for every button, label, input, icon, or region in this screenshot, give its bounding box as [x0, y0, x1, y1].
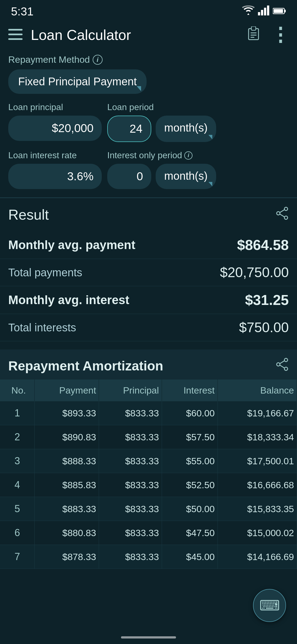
svg-rect-11 [251, 26, 256, 30]
amortization-section: Repayment Amortization No. Payment Princ… [0, 350, 297, 569]
svg-point-16 [277, 212, 280, 215]
cell-interest: $60.00 [162, 401, 218, 425]
signal-icon [258, 6, 270, 18]
cell-principal: $833.33 [99, 473, 162, 497]
cell-principal: $833.33 [99, 425, 162, 449]
clipboard-icon[interactable] [248, 26, 260, 43]
cell-payment: $893.33 [35, 401, 99, 425]
cell-principal: $833.33 [99, 401, 162, 425]
more-options-icon[interactable]: ⋮ [268, 30, 289, 40]
cell-no: 7 [0, 545, 35, 569]
keyboard-fab[interactable]: ⌨ [253, 589, 286, 622]
cell-no: 6 [0, 521, 35, 545]
table-row: 2 $890.83 $833.33 $57.50 $18,333.34 [0, 425, 297, 449]
cell-balance: $16,666.68 [218, 473, 297, 497]
cell-balance: $19,166.67 [218, 401, 297, 425]
loan-period-group: Loan period 24 month(s) [107, 102, 216, 142]
cell-no: 1 [0, 401, 35, 425]
interest-only-period-group: Interest only period i 0 month(s) [107, 150, 216, 189]
app-bar: Loan Calculator ⋮ [0, 21, 297, 49]
interest-only-period-unit[interactable]: month(s) [156, 164, 216, 189]
amortization-title: Repayment Amortization [8, 358, 163, 373]
result-header: Result [0, 206, 297, 223]
total-interests-value: $750.00 [239, 320, 289, 335]
total-interests-label: Total interests [8, 321, 76, 334]
cell-payment: $890.83 [35, 425, 99, 449]
svg-point-22 [284, 367, 288, 370]
menu-icon[interactable] [8, 27, 23, 43]
result-share-icon[interactable] [276, 207, 289, 223]
svg-rect-13 [251, 35, 257, 36]
table-row: 5 $883.33 $833.33 $50.00 $15,833.35 [0, 497, 297, 521]
result-row-monthly-avg-interest: Monthly avg. interest $31.25 [0, 286, 297, 314]
col-no: No. [0, 380, 35, 401]
loan-principal-label: Loan principal [8, 102, 102, 112]
amortization-table: No. Payment Principal Interest Balance 1… [0, 380, 297, 569]
svg-line-19 [280, 214, 284, 217]
repayment-method-dropdown[interactable]: Fixed Principal Payment [8, 69, 147, 94]
cell-payment: $883.33 [35, 497, 99, 521]
col-balance: Balance [218, 380, 297, 401]
result-row-total-interests: Total interests $750.00 [0, 314, 297, 341]
cell-no: 2 [0, 425, 35, 449]
cell-interest: $45.00 [162, 545, 218, 569]
cell-balance: $17,500.01 [218, 449, 297, 473]
cell-balance: $14,166.69 [218, 545, 297, 569]
loan-principal-input[interactable]: $20,000 [8, 116, 102, 141]
interest-only-info-icon[interactable]: i [184, 151, 193, 160]
monthly-avg-payment-value: $864.58 [237, 237, 289, 253]
status-bar: 5:31 [0, 0, 297, 21]
monthly-avg-interest-label: Monthly avg. interest [8, 293, 129, 307]
svg-rect-9 [8, 38, 23, 40]
cell-no: 3 [0, 449, 35, 473]
col-principal: Principal [99, 380, 162, 401]
cell-balance: $15,833.35 [218, 497, 297, 521]
keyboard-icon: ⌨ [259, 597, 280, 614]
svg-rect-8 [8, 34, 23, 35]
svg-rect-3 [267, 6, 269, 15]
status-icons [242, 6, 286, 18]
svg-rect-12 [251, 32, 257, 33]
interest-only-period-input[interactable]: 0 [107, 164, 151, 189]
amortization-share-icon[interactable] [276, 358, 289, 374]
app-title: Loan Calculator [31, 27, 239, 43]
cell-principal: $833.33 [99, 497, 162, 521]
cell-interest: $57.50 [162, 425, 218, 449]
cell-interest: $55.00 [162, 449, 218, 473]
loan-interest-rate-group: Loan interest rate 3.6% [8, 150, 102, 189]
dropdown-arrow-icon [137, 86, 141, 91]
svg-point-15 [284, 207, 288, 211]
loan-period-input[interactable]: 24 [107, 116, 151, 142]
result-row-total-payments: Total payments $20,750.00 [0, 259, 297, 286]
col-interest: Interest [162, 380, 218, 401]
table-row: 6 $880.83 $833.33 $47.50 $15,000.02 [0, 521, 297, 545]
unit-dropdown-arrow-icon [208, 135, 212, 139]
repayment-method-section: Repayment Method i Fixed Principal Payme… [8, 54, 289, 94]
amortization-header: Repayment Amortization [0, 350, 297, 380]
bottom-nav-bar [121, 636, 176, 638]
result-title: Result [8, 206, 49, 223]
interest-only-unit-arrow-icon [208, 182, 212, 186]
cell-payment: $880.83 [35, 521, 99, 545]
table-row: 7 $878.33 $833.33 $45.00 $14,166.69 [0, 545, 297, 569]
cell-payment: $878.33 [35, 545, 99, 569]
loan-interest-only-row: Loan interest rate 3.6% Interest only pe… [8, 150, 289, 189]
svg-point-17 [284, 216, 288, 219]
cell-no: 5 [0, 497, 35, 521]
loan-period-unit[interactable]: month(s) [156, 116, 216, 142]
cell-balance: $15,000.02 [218, 521, 297, 545]
svg-point-21 [277, 363, 280, 366]
cell-principal: $833.33 [99, 545, 162, 569]
svg-rect-2 [264, 8, 266, 15]
repayment-method-info-icon[interactable]: i [93, 55, 103, 65]
cell-payment: $885.83 [35, 473, 99, 497]
loan-interest-rate-input[interactable]: 3.6% [8, 164, 102, 189]
loan-interest-rate-label: Loan interest rate [8, 150, 102, 160]
col-payment: Payment [35, 380, 99, 401]
table-row: 1 $893.33 $833.33 $60.00 $19,166.67 [0, 401, 297, 425]
svg-line-24 [280, 365, 284, 368]
total-payments-value: $20,750.00 [220, 264, 289, 280]
cell-interest: $50.00 [162, 497, 218, 521]
svg-rect-14 [251, 37, 254, 38]
result-section: Result Monthly avg. payment $864.58 Tota… [0, 198, 297, 350]
